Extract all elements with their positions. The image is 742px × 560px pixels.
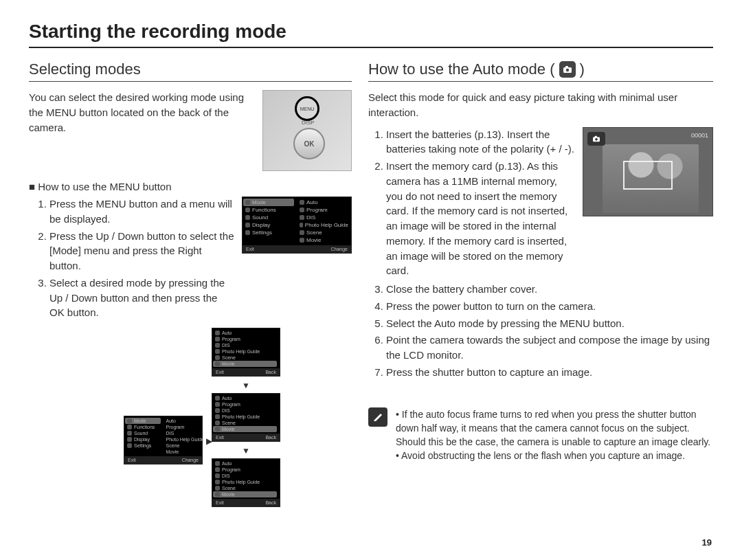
menu-screenshot-step: Auto Program DIS Photo Help Guide Scene …: [212, 393, 280, 442]
auto-step: Press the power button to turn on the ca…: [386, 299, 713, 314]
lcd-status: 00001: [691, 132, 708, 139]
arrow-right-icon: [206, 434, 212, 447]
menu-screenshot-main: Mode Functions Sound Display Settings Au…: [242, 197, 352, 254]
note-item: Avoid obstructing the lens or the flash …: [396, 449, 713, 462]
svg-rect-1: [565, 66, 568, 68]
menu-screenshot-step: Auto Program DIS Photo Help Guide Scene …: [212, 328, 280, 377]
auto-step: Select the Auto mode by pressing the MEN…: [386, 316, 713, 331]
section-title-selecting-modes: Selecting modes: [29, 60, 352, 82]
menu-steps-list: Press the MENU button and a menu will be…: [29, 197, 235, 322]
menu-step: Press the Up / Down button to select the…: [49, 229, 235, 273]
focus-frame-icon: [623, 161, 673, 190]
note-icon: [368, 407, 387, 427]
auto-title-pre: How to use the Auto mode (: [368, 60, 555, 78]
lcd-preview-illustration: 00001: [583, 127, 713, 216]
page-number: 19: [702, 537, 712, 548]
note-item: If the auto focus frame turns to red whe…: [396, 407, 713, 449]
section-title-auto-mode: How to use the Auto mode ( ): [368, 60, 713, 82]
selecting-modes-intro: You can select the desired working mode …: [29, 90, 254, 135]
camera-auto-icon: [587, 132, 605, 146]
menu-button-icon: MENU: [295, 96, 319, 121]
auto-title-post: ): [580, 60, 585, 78]
auto-step: Press the shutter button to capture an i…: [386, 365, 713, 380]
ok-button-icon: OK: [293, 128, 325, 159]
auto-intro: Select this mode for quick and easy pict…: [368, 90, 713, 120]
arrow-down-icon: [242, 444, 250, 456]
disp-label: DISP: [302, 120, 315, 126]
arrow-down-icon: [242, 379, 250, 391]
svg-point-2: [565, 69, 568, 71]
auto-step: Close the battery chamber cover.: [386, 282, 713, 297]
menu-screenshot-step: Mode Functions Sound Display Settings Au…: [124, 416, 203, 464]
menu-step: Press the MENU button and a menu will be…: [49, 197, 235, 227]
auto-step: Point the camera towards the subject and…: [386, 333, 713, 363]
menu-step: Select a desired mode by pressing the Up…: [49, 276, 235, 320]
svg-rect-4: [595, 135, 597, 137]
camera-back-illustration: MENU DISP OK: [262, 90, 352, 171]
auto-step: Insert the memory card (p.13). As this c…: [386, 159, 574, 278]
svg-point-5: [595, 138, 598, 141]
menu-screenshot-step: Auto Program DIS Photo Help Guide Scene …: [212, 458, 280, 507]
note-box: If the auto focus frame turns to red whe…: [368, 407, 713, 463]
auto-step: Insert the batteries (p.13). Insert the …: [386, 127, 574, 157]
camera-auto-icon: [559, 61, 576, 78]
page-title: Starting the recording mode: [29, 21, 713, 48]
howto-menu-heading: How to use the MENU button: [29, 181, 352, 192]
